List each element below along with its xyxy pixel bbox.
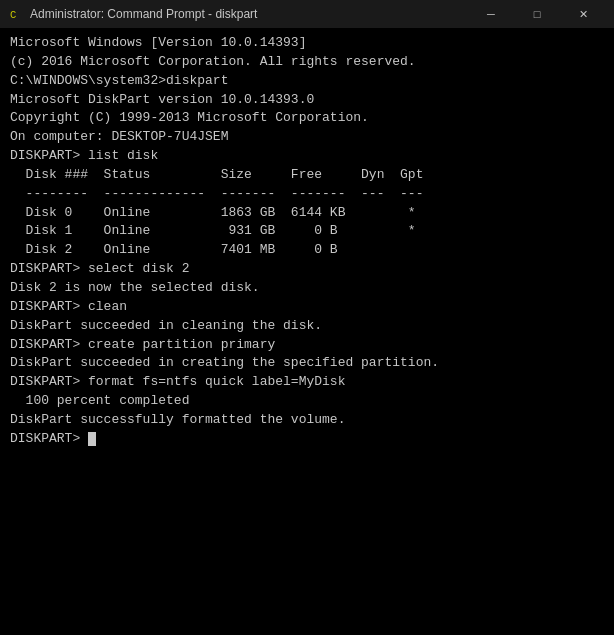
maximize-button[interactable]: □ [514,0,560,28]
terminal-line: -------- ------------- ------- ------- -… [10,185,604,204]
terminal-line: DiskPart succeeded in cleaning the disk. [10,317,604,336]
terminal-line: DiskPart succeeded in creating the speci… [10,354,604,373]
terminal-body[interactable]: Microsoft Windows [Version 10.0.14393](c… [0,28,614,635]
terminal-line: (c) 2016 Microsoft Corporation. All righ… [10,53,604,72]
svg-text:C: C [10,9,16,21]
title-bar-left: C Administrator: Command Prompt - diskpa… [8,6,257,22]
window: C Administrator: Command Prompt - diskpa… [0,0,614,635]
close-button[interactable]: ✕ [560,0,606,28]
cmd-icon: C [8,6,24,22]
terminal-line: Microsoft Windows [Version 10.0.14393] [10,34,604,53]
terminal-line: Disk 0 Online 1863 GB 6144 KB * [10,204,604,223]
title-bar-title: Administrator: Command Prompt - diskpart [30,7,257,21]
terminal-line: Copyright (C) 1999-2013 Microsoft Corpor… [10,109,604,128]
terminal-line: Disk ### Status Size Free Dyn Gpt [10,166,604,185]
minimize-button[interactable]: ─ [468,0,514,28]
terminal-line: DISKPART> format fs=ntfs quick label=MyD… [10,373,604,392]
terminal-line: C:\WINDOWS\system32>diskpart [10,72,604,91]
terminal-line: DISKPART> select disk 2 [10,260,604,279]
terminal-line: Disk 2 Online 7401 MB 0 B [10,241,604,260]
terminal-line: DISKPART> [10,430,604,449]
terminal-cursor [88,432,96,446]
terminal-line: Disk 2 is now the selected disk. [10,279,604,298]
terminal-line: Microsoft DiskPart version 10.0.14393.0 [10,91,604,110]
terminal-output: Microsoft Windows [Version 10.0.14393](c… [10,34,604,449]
terminal-line: DiskPart successfully formatted the volu… [10,411,604,430]
terminal-line: DISKPART> create partition primary [10,336,604,355]
terminal-line: Disk 1 Online 931 GB 0 B * [10,222,604,241]
terminal-line: DISKPART> clean [10,298,604,317]
terminal-line: On computer: DESKTOP-7U4JSEM [10,128,604,147]
terminal-line: DISKPART> list disk [10,147,604,166]
terminal-line: 100 percent completed [10,392,604,411]
title-bar: C Administrator: Command Prompt - diskpa… [0,0,614,28]
title-bar-controls: ─ □ ✕ [468,0,606,28]
